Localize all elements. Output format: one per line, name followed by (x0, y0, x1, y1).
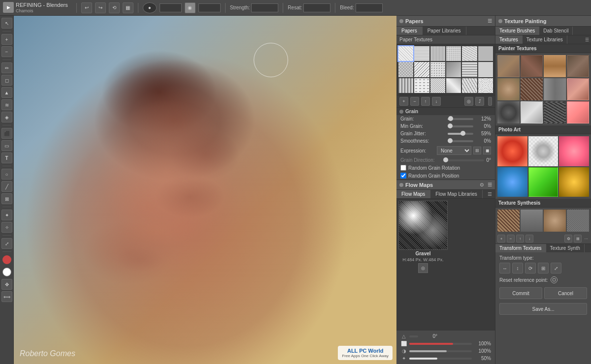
grain-direction-slider[interactable] (443, 159, 484, 161)
transform-icon-5[interactable]: ⤢ (551, 263, 561, 273)
texture-13[interactable] (398, 78, 413, 93)
tab-flowmaps[interactable]: Flow Maps (396, 190, 430, 198)
tool-magic[interactable]: ✧ (1, 222, 12, 233)
brush-mode-btn[interactable]: ◉ (185, 2, 196, 13)
pt-4[interactable] (567, 55, 589, 77)
ts-4[interactable] (567, 210, 589, 232)
paper-scrollbar[interactable] (488, 97, 492, 106)
texture-8[interactable] (414, 62, 429, 77)
transform-icon-3[interactable]: ⟳ (525, 263, 536, 273)
texture-15[interactable] (430, 78, 445, 93)
pa-1[interactable] (497, 136, 527, 166)
pt-1[interactable] (497, 55, 520, 77)
pa-2[interactable] (528, 136, 558, 166)
paper-btn-4[interactable]: ↓ (432, 97, 441, 106)
fm-brightness-slider[interactable] (409, 350, 472, 352)
texture-11[interactable] (462, 62, 477, 77)
texture-4[interactable] (446, 46, 461, 61)
texture-16[interactable] (446, 78, 461, 93)
tool-brush[interactable]: ✏ (1, 62, 12, 73)
tab-flowmap-libraries[interactable]: Flow Map Libraries (430, 190, 482, 198)
undo-button[interactable]: ↩ (81, 2, 92, 13)
grain-jitter-thumb[interactable] (460, 131, 465, 136)
expression-btn-1[interactable]: ⊞ (473, 147, 481, 154)
texture-14[interactable] (414, 78, 429, 93)
tool-dropper[interactable]: ✦ (1, 210, 12, 220)
paper-btn-1[interactable]: + (399, 97, 408, 106)
ts-btn-2[interactable]: − (507, 235, 515, 243)
texture-6[interactable] (478, 46, 493, 61)
tab-dab-stencil[interactable]: Dab Stencil (539, 27, 573, 35)
redo-button[interactable]: ↪ (95, 2, 106, 13)
texture-5[interactable] (462, 46, 477, 61)
pt-2[interactable] (521, 55, 543, 77)
smoothness-slider[interactable] (448, 140, 473, 142)
tab-texture-synth[interactable]: Texture Synth (546, 244, 585, 252)
flowmap-capture-btn[interactable]: ◎ (418, 263, 428, 273)
flowmap-thumbnail[interactable] (398, 201, 448, 250)
tab-papers[interactable]: Papers (396, 27, 423, 35)
tool-option-2[interactable]: ▦ (123, 2, 133, 13)
fm-angle-slider[interactable] (409, 335, 418, 337)
pt-8[interactable] (567, 78, 589, 100)
flowmaps-menu[interactable]: ☰ (485, 190, 495, 198)
pt-6[interactable] (521, 78, 543, 100)
pt-3[interactable] (544, 55, 566, 77)
paper-btn-export[interactable]: ⤴ (475, 97, 484, 106)
paper-btn-3[interactable]: ↑ (421, 97, 430, 106)
grain-thumb[interactable] (448, 116, 453, 121)
fm-scale-slider[interactable] (409, 343, 472, 345)
texture-17[interactable] (462, 78, 477, 93)
grain-slider[interactable] (448, 118, 473, 120)
texture-2[interactable] (414, 46, 429, 61)
random-rotation-checkbox[interactable] (400, 165, 406, 171)
tool-eraser[interactable]: ◻ (1, 75, 12, 86)
texture-1[interactable] (398, 46, 413, 61)
texture-9[interactable] (430, 62, 445, 77)
smoothness-thumb[interactable] (448, 138, 453, 143)
ts-btn-1[interactable]: + (497, 235, 505, 243)
pt-12[interactable] (567, 101, 589, 123)
tool-fill[interactable]: ⬛ (1, 128, 12, 139)
pt-5[interactable] (497, 78, 520, 100)
tool-zoom-in[interactable]: + (1, 34, 12, 45)
tab-paper-libraries[interactable]: Paper Libraries (423, 27, 466, 35)
tool-zoom-out[interactable]: − (1, 46, 12, 57)
tool-hand[interactable]: ✥ (1, 279, 12, 290)
pt-11[interactable] (544, 101, 566, 123)
pt-9[interactable] (497, 101, 520, 123)
ts-3[interactable] (544, 210, 566, 232)
pa-6[interactable] (559, 167, 589, 197)
tool-gradient[interactable]: ▭ (1, 140, 12, 151)
resat-input[interactable]: 0% (303, 3, 330, 12)
tool-line[interactable]: ╱ (1, 181, 12, 192)
tab-tex-libraries[interactable]: Texture Libraries (523, 35, 567, 44)
grain-jitter-slider[interactable] (448, 133, 473, 135)
commit-button[interactable]: Commit (499, 287, 542, 299)
flowmaps-menu-btn[interactable]: ⊙ (480, 182, 484, 187)
crosshair-icon[interactable] (551, 276, 558, 283)
pt-10[interactable] (521, 101, 543, 123)
pa-3[interactable] (559, 136, 589, 166)
tool-crop[interactable]: ⊠ (1, 193, 12, 204)
texture-10[interactable] (446, 62, 461, 77)
flowmaps-options-btn[interactable]: ☰ (488, 182, 492, 187)
transform-icon-2[interactable]: ↕ (512, 263, 523, 273)
canvas-area[interactable]: Roberto Gomes ALL PC World Free Apps One… (14, 16, 396, 364)
ts-2[interactable] (521, 210, 543, 232)
pt-7[interactable] (544, 78, 566, 100)
texture-7[interactable] (398, 62, 413, 77)
fm-contrast-slider[interactable] (409, 358, 472, 360)
tab-transform-textures[interactable]: Transform Textures (495, 244, 546, 252)
ts-btn-4[interactable]: ↓ (525, 235, 533, 243)
transform-icon-1[interactable]: ↔ (499, 263, 510, 273)
tex-lib-menu-btn[interactable]: ☰ (583, 35, 591, 44)
cancel-button[interactable]: Cancel (544, 287, 587, 299)
texture-12[interactable] (478, 62, 493, 77)
tab-textures[interactable]: Textures (495, 35, 523, 44)
brush-size-input[interactable]: 52.4 (160, 3, 182, 12)
tool-select[interactable]: ↖ (1, 18, 12, 29)
tool-smear[interactable]: ≋ (1, 99, 12, 110)
ts-btn-6[interactable]: ⊞ (574, 235, 582, 243)
tool-paint[interactable]: ▲ (1, 87, 12, 98)
